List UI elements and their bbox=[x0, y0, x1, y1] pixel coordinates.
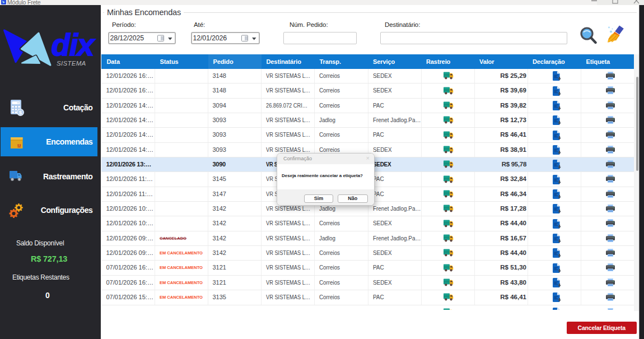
svg-text:dix: dix bbox=[51, 27, 95, 62]
svg-text:$: $ bbox=[19, 110, 22, 115]
svg-text:SISTEMA: SISTEMA bbox=[57, 60, 86, 67]
